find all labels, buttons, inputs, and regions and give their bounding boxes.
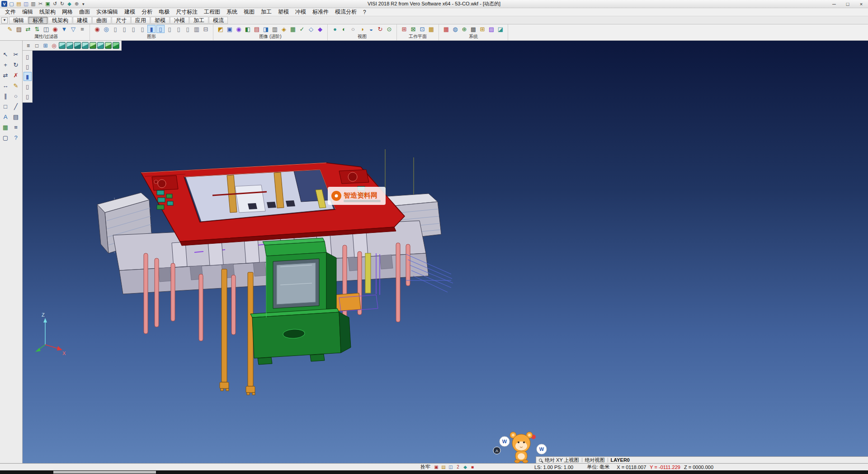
iso-cube-icon[interactable]: ◆: [462, 464, 468, 470]
ribbon-tab[interactable]: 建模: [73, 17, 92, 24]
view-cube-icon[interactable]: [97, 42, 104, 49]
viewport-3d[interactable]: 智造资料网 Z X W W: [23, 41, 868, 463]
view-cube-icon[interactable]: [90, 42, 96, 49]
menu-item[interactable]: 加工: [258, 8, 275, 16]
menu-item[interactable]: 线架构: [36, 8, 59, 16]
clipboard-view-icon[interactable]: ▯: [24, 92, 32, 101]
measure-icon[interactable]: ↔: [1, 81, 10, 90]
material-icon[interactable]: ◈: [280, 25, 288, 33]
ribbon-tab[interactable]: 加工: [189, 17, 208, 24]
view-cube-icon[interactable]: [74, 42, 81, 49]
mold-assembly-model[interactable]: [97, 163, 453, 395]
new-file-icon[interactable]: ▢: [8, 0, 15, 7]
section-icon[interactable]: ▤: [253, 25, 261, 33]
filter-elements-icon[interactable]: ▼: [60, 25, 68, 33]
settings-icon[interactable]: ⊕: [73, 0, 80, 7]
menu-item[interactable]: 曲面: [76, 8, 93, 16]
wireframe-view-icon[interactable]: ○: [349, 25, 357, 33]
sketch-icon[interactable]: ✎: [11, 81, 20, 90]
transfer-attributes-icon[interactable]: ⇅: [33, 25, 41, 33]
menu-item[interactable]: 分析: [138, 8, 156, 16]
light-icon[interactable]: ◨: [262, 25, 270, 33]
clipboard-view-icon[interactable]: ▯: [24, 62, 32, 71]
menu-item[interactable]: 尺寸标注: [173, 8, 201, 16]
hidden-line-icon[interactable]: ◉: [235, 25, 243, 33]
menu-item[interactable]: 视图: [241, 8, 258, 16]
ribbon-tab[interactable]: 曲面: [92, 17, 111, 24]
profile-board-icon[interactable]: ▯: [111, 25, 119, 33]
copy-attributes-icon[interactable]: ⇄: [24, 25, 32, 33]
mirror-icon[interactable]: ⇄: [1, 71, 10, 80]
grid-icon[interactable]: ▦: [1, 123, 10, 132]
tab-overflow-dropdown-icon[interactable]: ▼: [1, 17, 8, 24]
shade-icon[interactable]: ◩: [217, 25, 225, 33]
menu-item[interactable]: 系统: [223, 8, 241, 16]
view-cube-icon[interactable]: [82, 42, 89, 49]
qat-dropdown-icon[interactable]: ▾: [82, 2, 85, 6]
offset-icon[interactable]: ∥: [1, 91, 10, 100]
profile-board-icon[interactable]: ▮: [147, 25, 156, 33]
ribbon-tab[interactable]: 塑模: [151, 17, 170, 24]
copy-icon[interactable]: ▣: [44, 0, 51, 7]
layer-label[interactable]: LAYER0: [611, 457, 630, 463]
menu-item[interactable]: 建模: [121, 8, 138, 16]
circle-tool-icon[interactable]: ○: [11, 91, 20, 100]
ghost-view-icon[interactable]: ◑: [358, 25, 366, 33]
ribbon-tab[interactable]: 尺寸: [112, 17, 131, 24]
system-colors-icon[interactable]: ▦: [442, 25, 450, 33]
frame-icon[interactable]: ⊟: [202, 25, 210, 33]
cut-icon[interactable]: ✂: [37, 0, 44, 7]
system-solid-icon[interactable]: ◪: [496, 25, 505, 33]
ribbon-tab[interactable]: 编辑: [9, 17, 28, 24]
minimize-button[interactable]: ─: [827, 0, 841, 8]
trim-icon[interactable]: ✂: [11, 50, 20, 59]
shaded-view-icon[interactable]: ●: [331, 25, 339, 33]
ribbon-tab[interactable]: 标准: [28, 17, 47, 24]
menu-item[interactable]: ?: [360, 9, 369, 15]
help-icon[interactable]: ?: [11, 133, 20, 142]
line-tool-icon[interactable]: ╱: [11, 102, 20, 111]
redo-icon[interactable]: ↻: [59, 0, 66, 7]
menu-item[interactable]: 模流分析: [332, 8, 360, 16]
print-icon[interactable]: ▥: [30, 0, 37, 7]
snap-settings-icon[interactable]: ▣: [433, 464, 439, 470]
bounding-box-icon[interactable]: ▢: [1, 133, 10, 142]
viewport-canvas[interactable]: 智造资料网 Z X W W: [23, 41, 868, 463]
profile-board-icon[interactable]: ▯: [175, 25, 183, 33]
list-icon[interactable]: ≡: [11, 123, 20, 132]
target-view-icon[interactable]: ⊙: [385, 25, 393, 33]
profile-board-icon[interactable]: ▯: [165, 25, 174, 33]
menu-item[interactable]: 文件: [2, 8, 19, 16]
profile-board-icon[interactable]: ▯: [129, 25, 137, 33]
maximize-button[interactable]: □: [841, 0, 854, 8]
move-icon[interactable]: +: [1, 60, 10, 69]
texture-icon[interactable]: ▥: [271, 25, 279, 33]
ribbon-tab[interactable]: 线架构: [48, 17, 72, 24]
text-tool-icon[interactable]: A: [1, 112, 10, 121]
rectangle-tool-icon[interactable]: □: [1, 102, 10, 111]
grid-snap-icon[interactable]: ▤: [440, 464, 447, 470]
clipboard-view-icon[interactable]: ▮: [24, 72, 32, 81]
rotate-view-icon[interactable]: ↻: [376, 25, 384, 33]
clipboard-view-icon[interactable]: ▯: [24, 82, 32, 91]
profile-board-icon[interactable]: ▯: [184, 25, 192, 33]
menu-item[interactable]: 标准件: [309, 8, 332, 16]
system-add-icon[interactable]: ⊕: [460, 25, 468, 33]
profile-board-icon[interactable]: ▯: [156, 25, 165, 33]
regen-icon[interactable]: ◎: [102, 25, 110, 33]
system-pattern-icon[interactable]: ▨: [487, 25, 495, 33]
clipboard-view-icon[interactable]: ▯: [24, 52, 32, 61]
rotate-icon[interactable]: ↻: [11, 60, 20, 69]
system-grid-icon[interactable]: ⊞: [478, 25, 486, 33]
wireframe-icon[interactable]: ▣: [226, 25, 234, 33]
snapshot-icon[interactable]: ▥: [193, 25, 201, 33]
view-axes-icon[interactable]: ⊞: [42, 42, 49, 49]
workplane-yz-icon[interactable]: ⊡: [418, 25, 426, 33]
taskbar-item[interactable]: [53, 471, 156, 474]
view-cube-icon[interactable]: [113, 42, 119, 49]
profile-board-icon[interactable]: ▯: [120, 25, 128, 33]
save-icon[interactable]: ◫: [23, 0, 29, 7]
model-view-icon[interactable]: ◆: [66, 0, 73, 7]
workplane-custom-icon[interactable]: ▦: [427, 25, 435, 33]
menu-item[interactable]: 工程图: [201, 8, 223, 16]
